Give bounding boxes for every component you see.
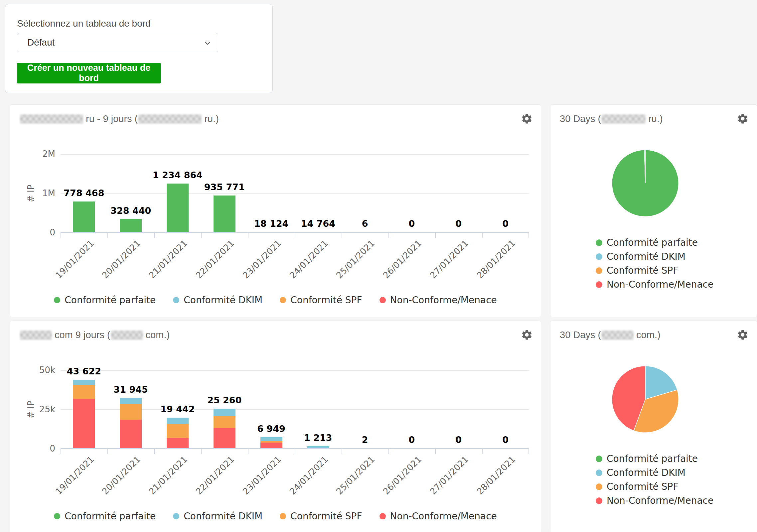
- dashboard-select[interactable]: Défaut: [17, 33, 218, 52]
- bar-stack[interactable]: [307, 446, 329, 448]
- bar-chart-card-com: com 9 jours (com.) # IP50k25k043 62219/0…: [10, 321, 541, 532]
- legend-dot: [54, 297, 60, 303]
- bar-value-label: 1 234 864: [153, 170, 203, 180]
- legend-dot: [596, 239, 602, 246]
- x-axis-tick: [154, 449, 155, 454]
- bar-stack[interactable]: [120, 398, 142, 448]
- bar-column: 18 12423/01/2021: [248, 154, 295, 232]
- x-axis-label: 25/01/2021: [334, 454, 377, 496]
- x-axis-label: 24/01/2021: [287, 238, 330, 280]
- legend-dot: [54, 513, 60, 519]
- x-axis-label: 25/01/2021: [334, 238, 377, 280]
- x-axis-label: 19/01/2021: [53, 454, 95, 496]
- x-axis-label: 24/01/2021: [287, 454, 330, 496]
- bar-value-label: 25 260: [207, 395, 241, 405]
- redacted-domain: [20, 114, 83, 124]
- bar-segment-dkim[interactable]: [167, 418, 189, 424]
- card-title-text: ru.): [204, 113, 219, 124]
- y-axis-tick-label: 1M: [23, 188, 55, 198]
- bar-stack[interactable]: [260, 437, 282, 448]
- gear-icon[interactable]: [737, 113, 749, 125]
- x-axis-label: 28/01/2021: [475, 454, 517, 496]
- x-axis-tick: [529, 233, 529, 238]
- legend-item-dkim[interactable]: Conformité DKIM: [596, 467, 713, 478]
- bar-value-label: 18 124: [254, 218, 288, 229]
- legend-item-menace[interactable]: Non-Conforme/Menace: [596, 495, 713, 506]
- create-dashboard-button[interactable]: Créer un nouveau tableau de bord: [17, 63, 161, 83]
- legend-item-spf[interactable]: Conformité SPF: [280, 511, 362, 522]
- gear-icon[interactable]: [521, 113, 533, 125]
- bar-stack[interactable]: [214, 196, 235, 232]
- bar-segment-spf[interactable]: [120, 404, 142, 420]
- redacted-domain: [602, 331, 634, 340]
- bar-segment-menace[interactable]: [73, 399, 95, 448]
- bar-stack[interactable]: [120, 219, 142, 232]
- bar-segment-spf[interactable]: [73, 385, 95, 399]
- bar-stack[interactable]: [214, 409, 235, 448]
- bar-segment-dkim[interactable]: [307, 446, 329, 448]
- plot-area: 778 46819/01/2021328 44020/01/20211 234 …: [61, 154, 529, 233]
- legend-dot: [596, 456, 602, 462]
- legend-item-parfaite[interactable]: Conformité parfaite: [54, 295, 156, 306]
- bar-segment-parfaite[interactable]: [167, 184, 189, 232]
- legend-item-parfaite[interactable]: Conformité parfaite: [54, 511, 156, 522]
- bar-segment-spf[interactable]: [214, 416, 235, 428]
- legend-item-dkim[interactable]: Conformité DKIM: [596, 251, 713, 262]
- bar-stack[interactable]: [167, 184, 189, 232]
- legend-item-parfaite[interactable]: Conformité parfaite: [596, 237, 713, 248]
- redacted-domain: [138, 114, 202, 124]
- bar-value-label: 0: [409, 435, 415, 445]
- card-title-com: com 9 jours (com.): [19, 330, 170, 340]
- legend-item-spf[interactable]: Conformité SPF: [596, 481, 713, 492]
- bar-column: 028/01/2021: [482, 154, 529, 232]
- x-axis-tick: [201, 233, 202, 238]
- legend-item-menace[interactable]: Non-Conforme/Menace: [379, 511, 497, 522]
- x-axis-tick: [529, 449, 529, 454]
- gear-icon[interactable]: [521, 329, 533, 341]
- card-title-pie-com: 30 Days (com.): [560, 330, 661, 340]
- bar-segment-menace[interactable]: [120, 420, 142, 448]
- card-title-text: com.): [146, 330, 170, 340]
- bar-column: 028/01/2021: [482, 370, 529, 448]
- legend-item-menace[interactable]: Non-Conforme/Menace: [596, 279, 713, 290]
- legend-item-spf[interactable]: Conformité SPF: [280, 295, 362, 306]
- pie-chart-card-com: 30 Days (com.) Conformité parfaiteConfor…: [550, 321, 757, 532]
- bar-segment-dkim[interactable]: [260, 437, 282, 441]
- bar-segment-dkim[interactable]: [73, 380, 95, 385]
- bar-value-label: 0: [502, 435, 509, 445]
- bar-column: 026/01/2021: [388, 154, 435, 232]
- bar-stack[interactable]: [73, 380, 95, 448]
- x-axis-tick: [342, 449, 342, 454]
- bar-segment-spf[interactable]: [167, 424, 189, 438]
- bar-segment-menace[interactable]: [167, 438, 189, 448]
- dashboard-select-value: Défaut: [27, 37, 55, 48]
- bar-segment-menace[interactable]: [260, 443, 282, 448]
- legend-item-parfaite[interactable]: Conformité parfaite: [596, 453, 713, 464]
- legend-item-dkim[interactable]: Conformité DKIM: [173, 295, 262, 306]
- bar-segment-parfaite[interactable]: [120, 219, 142, 232]
- legend-item-spf[interactable]: Conformité SPF: [596, 265, 713, 276]
- bar-segment-dkim[interactable]: [214, 409, 235, 416]
- bar-segment-parfaite[interactable]: [73, 201, 95, 232]
- bar-column: 778 46819/01/2021: [61, 154, 107, 232]
- bar-segment-parfaite[interactable]: [214, 196, 235, 232]
- legend-item-menace[interactable]: Non-Conforme/Menace: [379, 295, 497, 306]
- bar-stack[interactable]: [167, 418, 189, 448]
- x-axis-tick: [154, 233, 155, 238]
- redacted-domain: [111, 331, 143, 340]
- legend-item-dkim[interactable]: Conformité DKIM: [173, 511, 262, 522]
- x-axis-tick: [435, 449, 436, 454]
- bar-segment-dkim[interactable]: [120, 398, 142, 404]
- x-axis-label: 23/01/2021: [241, 238, 283, 280]
- pie: [610, 148, 680, 218]
- card-title-text: com.): [636, 330, 661, 340]
- legend-dot: [173, 297, 179, 303]
- bar-chart-com: # IP50k25k043 62219/01/202131 94520/01/2…: [10, 321, 541, 532]
- legend-dot: [596, 267, 602, 274]
- bar-segment-menace[interactable]: [214, 428, 235, 448]
- bar-value-label: 0: [502, 218, 509, 229]
- bar-stack[interactable]: [73, 201, 95, 232]
- card-title-text: 30 Days (: [560, 113, 601, 124]
- gear-icon[interactable]: [737, 329, 749, 341]
- legend-dot: [596, 497, 602, 504]
